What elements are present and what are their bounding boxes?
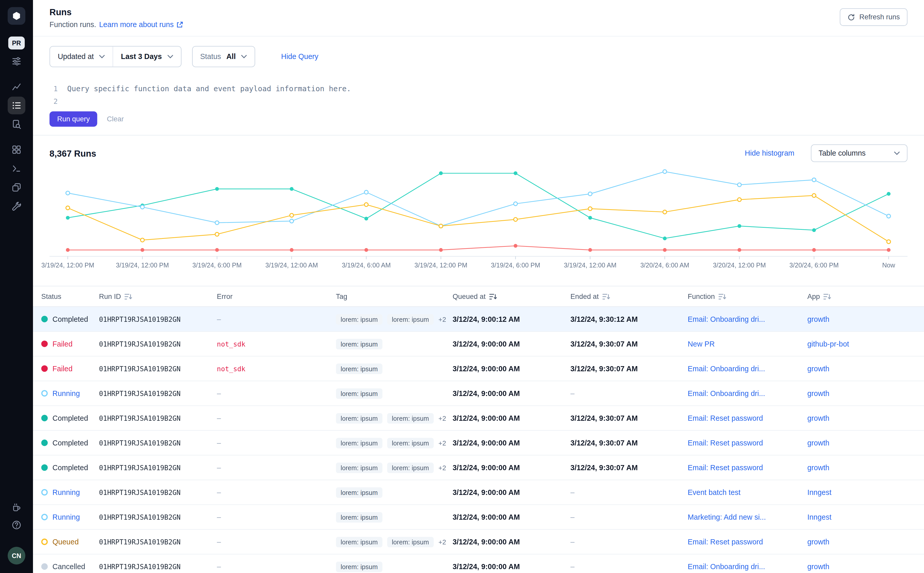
clear-query-button[interactable]: Clear	[107, 115, 124, 123]
sort-icon[interactable]	[824, 293, 832, 300]
query-editor[interactable]: 1 Query specific function data and event…	[33, 67, 924, 136]
ended-at-cell: 3/12/24, 9:30:07 AM	[570, 365, 688, 373]
table-row[interactable]: Running01HRPT19RJSA1019B2GN–lorem: ipsum…	[33, 480, 924, 505]
error-cell: –	[217, 439, 336, 447]
inngest-logo[interactable]	[8, 7, 25, 25]
table-row[interactable]: Running01HRPT19RJSA1019B2GN–lorem: ipsum…	[33, 381, 924, 406]
table-row[interactable]: Cancelled01HRPT19RJSA1019B2GN–lorem: ips…	[33, 554, 924, 573]
function-link[interactable]: New PR	[688, 340, 715, 348]
sidebar-item-settings[interactable]	[8, 197, 25, 215]
app-link[interactable]: growth	[807, 365, 829, 373]
function-cell: Email: Reset password	[688, 463, 807, 472]
chart-point	[588, 192, 592, 196]
external-link-icon	[176, 21, 183, 28]
status-cell: Running	[41, 488, 99, 496]
sidebar-item-filters[interactable]	[8, 53, 25, 70]
time-range-value: Last 3 Days	[121, 53, 162, 61]
tag-badge: lorem: ipsum	[387, 314, 434, 324]
column-header-function[interactable]: Function	[688, 292, 807, 301]
tag-overflow-count: +2	[438, 415, 446, 421]
table-row[interactable]: Completed01HRPT19RJSA1019B2GN–lorem: ips…	[33, 431, 924, 456]
refresh-runs-button[interactable]: Refresh runs	[840, 8, 907, 26]
tag-overflow-count: +2	[438, 464, 446, 471]
function-link[interactable]: Email: Onboarding dri...	[688, 562, 765, 571]
run-id-cell: 01HRPT19RJSA1019B2GN	[99, 463, 217, 472]
app-link[interactable]: Inngest	[807, 513, 832, 521]
sort-icon[interactable]	[718, 293, 727, 300]
chart-svg: 3/19/24, 12:00 PM3/19/24, 12:00 PM3/19/2…	[50, 163, 907, 274]
chart-point	[439, 171, 443, 175]
hide-histogram-link[interactable]: Hide histogram	[745, 149, 794, 157]
function-cell: Email: Onboarding dri...	[688, 389, 807, 398]
app-link[interactable]: Inngest	[807, 488, 832, 496]
function-link[interactable]: Marketing: Add new si...	[688, 513, 766, 521]
learn-more-link[interactable]: Learn more about runs	[99, 20, 183, 29]
function-link[interactable]: Email: Reset password	[688, 439, 763, 447]
chart-point	[514, 218, 517, 221]
app-cell: growth	[807, 315, 924, 323]
chart-point	[364, 203, 368, 207]
table-row[interactable]: Failed01HRPT19RJSA1019B2GNnot_sdklorem: …	[33, 332, 924, 357]
sidebar-item-help[interactable]	[8, 516, 25, 534]
status-dot-icon	[41, 415, 48, 421]
status-label: Cancelled	[53, 562, 85, 571]
table-row[interactable]: Completed01HRPT19RJSA1019B2GN–lorem: ips…	[33, 307, 924, 332]
app-link[interactable]: github-pr-bot	[807, 340, 849, 348]
sidebar-item-support[interactable]	[8, 499, 25, 516]
table-row[interactable]: Running01HRPT19RJSA1019B2GN–lorem: ipsum…	[33, 505, 924, 530]
function-link[interactable]: Email: Reset password	[688, 538, 763, 546]
table-row[interactable]: Queued01HRPT19RJSA1019B2GN–lorem: ipsuml…	[33, 530, 924, 554]
sort-icon[interactable]	[602, 293, 611, 300]
app-link[interactable]: growth	[807, 389, 829, 398]
run-query-button[interactable]: Run query	[50, 111, 97, 127]
column-header-error: Error	[217, 292, 336, 301]
function-link[interactable]: Email: Onboarding dri...	[688, 365, 765, 373]
column-header-app[interactable]: App	[807, 292, 924, 301]
table-row[interactable]: Completed01HRPT19RJSA1019B2GN–lorem: ips…	[33, 456, 924, 480]
x-axis-label: 3/19/24, 12:00 PM	[41, 261, 94, 269]
function-link[interactable]: Email: Reset password	[688, 414, 763, 422]
chart-point	[439, 248, 443, 252]
sort-field-select[interactable]: Updated at	[50, 47, 113, 67]
app-link[interactable]: growth	[807, 538, 829, 546]
tag-badge: lorem: ipsum	[336, 437, 383, 448]
column-header-run-id[interactable]: Run ID	[99, 292, 217, 301]
app-link[interactable]: growth	[807, 315, 829, 323]
chart-series-line-failed	[68, 246, 889, 250]
query-line-2: 2	[50, 95, 907, 107]
sort-icon[interactable]	[489, 293, 497, 300]
app-link[interactable]: growth	[807, 439, 829, 447]
function-cell: Email: Reset password	[688, 439, 807, 447]
page-subtitle-text: Function runs.	[50, 20, 96, 29]
table-columns-select[interactable]: Table columns	[811, 144, 907, 162]
status-filter-select[interactable]: Status All	[193, 47, 255, 67]
column-header-tag: Tag	[336, 292, 453, 301]
column-header-queued-at[interactable]: Queued at	[453, 292, 570, 301]
sidebar-item-runs[interactable]	[8, 97, 25, 114]
sidebar-item-functions[interactable]	[8, 160, 25, 177]
tag-cell: lorem: ipsum	[336, 338, 453, 349]
table-row[interactable]: Completed01HRPT19RJSA1019B2GN–lorem: ips…	[33, 406, 924, 431]
chart-point	[663, 170, 667, 174]
app-link[interactable]: growth	[807, 463, 829, 472]
sidebar-item-apps[interactable]	[8, 141, 25, 159]
user-avatar[interactable]: CN	[8, 547, 25, 565]
sidebar-item-events[interactable]	[8, 116, 25, 133]
app-link[interactable]: growth	[807, 414, 829, 422]
app-link[interactable]: growth	[807, 562, 829, 571]
function-link[interactable]: Email: Onboarding dri...	[688, 315, 765, 323]
time-range-select[interactable]: Last 3 Days	[113, 47, 181, 67]
column-header-ended-at[interactable]: Ended at	[570, 292, 688, 301]
table-row[interactable]: Failed01HRPT19RJSA1019B2GNnot_sdklorem: …	[33, 357, 924, 381]
sort-icon[interactable]	[124, 293, 133, 300]
environment-badge[interactable]: PR	[8, 37, 25, 50]
function-cell: Email: Reset password	[688, 414, 807, 422]
sidebar-item-metrics[interactable]	[8, 78, 25, 96]
chart-point	[364, 217, 368, 221]
function-link[interactable]: Email: Reset password	[688, 463, 763, 472]
function-link[interactable]: Email: Onboarding dri...	[688, 389, 765, 398]
hide-query-link[interactable]: Hide Query	[281, 53, 318, 61]
function-link[interactable]: Event batch test	[688, 488, 741, 496]
sidebar-item-deploys[interactable]	[8, 178, 25, 196]
tag-badge: lorem: ipsum	[336, 462, 383, 473]
